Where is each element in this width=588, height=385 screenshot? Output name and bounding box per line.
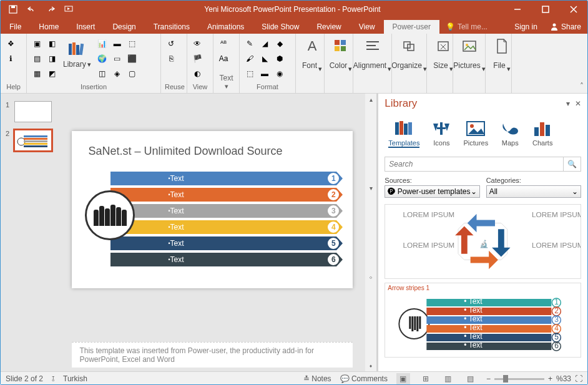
reuse-btn2[interactable]: ⎘ [165,52,177,65]
maximize-button[interactable] [531,1,559,18]
organize-button[interactable]: Organize▾ [396,35,423,74]
zoom-out-icon[interactable]: − [486,374,491,383]
fmt-btn4[interactable]: ◢ [258,37,271,50]
pane-dropdown-icon[interactable]: ▾ [566,99,570,108]
insertion-btn11[interactable]: ▭ [111,52,124,65]
comments-toggle[interactable]: 💬 Comments [340,374,388,383]
zoom-level[interactable]: %33 [556,374,571,383]
reuse-btn1[interactable]: ↺ [165,37,177,50]
undo-icon[interactable] [27,4,37,14]
share-button[interactable]: Share [544,20,587,34]
help-icon[interactable]: ❖ [4,37,17,50]
filegrp-button[interactable]: File▾ [489,35,514,74]
slideshow-view-icon[interactable]: ▤ [464,373,478,384]
minimize-button[interactable] [503,1,531,18]
alignment-button[interactable]: Alignment▾ [357,35,388,74]
fmt-btn2[interactable]: 🖌 [243,52,256,65]
collapse-ribbon-icon[interactable]: ˄ [580,82,584,90]
tab-view[interactable]: View [350,20,384,34]
pane-close-icon[interactable]: ✕ [575,99,581,108]
fmt-btn6[interactable]: ▬ [258,67,271,80]
vertical-scrollbar[interactable]: ▴▾⬦⬧ [365,94,376,371]
zoom-slider[interactable] [494,378,544,380]
pane-title: Library [385,97,417,110]
svg-rect-38 [546,125,550,136]
template-item-1[interactable]: 🔬LOREM IPSUMLOREM IPSUMLOREM IPSUMLOREM … [385,204,581,279]
svg-text:• Text: • Text [464,323,483,332]
libcat-maps[interactable]: Maps [498,119,522,149]
library-button[interactable]: Library ▾ [61,37,94,70]
close-button[interactable] [559,1,587,18]
insertion-btn7[interactable]: 📊 [96,37,109,50]
text-btn1[interactable]: ᴬᴮ [217,37,230,50]
tab-animations[interactable]: Animations [198,20,253,34]
reading-view-icon[interactable]: ▥ [441,373,455,384]
tab-slideshow[interactable]: Slide Show [253,20,308,34]
file-tab[interactable]: File [1,20,30,34]
tab-home[interactable]: Home [30,20,67,34]
zoom-in-icon[interactable]: + [548,374,552,383]
spellcheck-icon[interactable]: ⫱ [52,374,54,383]
size-button[interactable]: Size▾ [431,35,456,74]
tab-poweruser[interactable]: Power-user [384,20,439,34]
view-btn1[interactable]: 👁 [191,37,203,50]
insertion-btn2[interactable]: ▤ [31,52,43,65]
slide-canvas[interactable]: SaNet.st – Unlimited Download Source • T… [72,131,353,288]
insertion-btn13[interactable]: ⬚ [126,37,139,50]
redo-icon[interactable] [46,4,56,14]
libcat-icons[interactable]: Icons [429,119,453,149]
language-indicator[interactable]: Turkish [63,374,87,383]
insertion-btn5[interactable]: ◨ [46,52,58,65]
thumbnail-1[interactable] [14,101,52,122]
insertion-btn10[interactable]: ▬ [111,37,124,50]
tab-design[interactable]: Design [104,20,144,34]
slide-indicator[interactable]: Slide 2 of 2 [6,374,43,383]
template-item-2[interactable]: Arrow stripes 1 • Text• Text• Text• Text… [385,283,581,358]
insertion-btn6[interactable]: ◩ [46,67,58,80]
tab-transitions[interactable]: Transitions [145,20,198,34]
fmt-btn3[interactable]: ⬚ [243,67,256,80]
insertion-btn3[interactable]: ▦ [31,67,43,80]
sources-select[interactable]: 🅟 Power-user templates⌄ [385,185,479,198]
insertion-btn9[interactable]: ◫ [96,67,109,80]
view-btn3[interactable]: ◐ [191,67,203,80]
signin-button[interactable]: Sign in [508,20,544,34]
search-icon[interactable]: 🔍 [564,157,581,172]
fmt-btn8[interactable]: ⬢ [273,52,286,65]
startfrom-icon[interactable] [64,4,74,14]
help-icon2[interactable]: ℹ [4,52,17,65]
insertion-btn12[interactable]: ◈ [111,67,124,80]
insertion-btn15[interactable]: ▢ [126,67,139,80]
libcat-pictures[interactable]: Pictures [462,119,489,149]
pictures-button[interactable]: Pictures▾ [457,35,482,74]
insertion-btn4[interactable]: ◧ [46,37,58,50]
fmt-btn9[interactable]: ◉ [273,67,286,80]
svg-rect-18 [408,44,414,51]
libcat-charts[interactable]: Charts [531,119,554,149]
tellme-input[interactable]: 💡 Tell me... [439,20,494,34]
fmt-btn1[interactable]: ✎ [243,37,256,50]
text-btn2[interactable]: Aa [217,52,230,65]
sorter-view-icon[interactable]: ⊞ [419,373,433,384]
save-icon[interactable] [8,4,18,14]
insertion-btn8[interactable]: 🌍 [96,52,109,65]
fit-window-icon[interactable]: ⛶ [575,374,582,383]
notes-hint[interactable]: This template was inserted from Power-us… [72,342,353,368]
color-button[interactable]: Color▾ [328,35,353,74]
slide-editor[interactable]: SaNet.st – Unlimited Download Source • T… [59,94,365,371]
fmt-btn5[interactable]: ◣ [258,52,271,65]
thumbnail-2[interactable] [14,130,52,151]
notes-toggle[interactable]: ≛ Notes [303,374,331,383]
insertion-btn14[interactable]: ⬛ [126,52,139,65]
tab-insert[interactable]: Insert [67,20,104,34]
libcat-templates[interactable]: Templates [387,119,421,149]
library-search-input[interactable] [385,157,564,172]
tab-review[interactable]: Review [308,20,350,34]
categories-select[interactable]: All⌄ [486,185,581,198]
view-btn2[interactable]: 🏴 [191,52,203,65]
normal-view-icon[interactable]: ▣ [396,373,410,384]
insertion-btn1[interactable]: ▣ [31,37,43,50]
font-button[interactable]: AFont▾ [300,35,325,74]
svg-rect-9 [79,44,84,56]
fmt-btn7[interactable]: ◆ [273,37,286,50]
